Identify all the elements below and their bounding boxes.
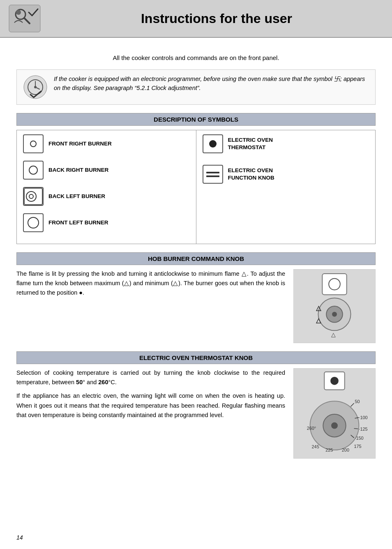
note-box: If the cooker is equipped with an electr… — [16, 69, 376, 105]
oven-section: ELECTRIC OVEN THERMOSTAT KNOB Selection … — [16, 351, 376, 459]
hob-text: The flame is lit by pressing the knob an… — [16, 269, 285, 298]
symbol-row-back-right: BACK RIGHT BURNER — [23, 161, 190, 180]
intro-text: All the cooker controls and commands are… — [16, 54, 376, 61]
note-icon — [23, 75, 48, 99]
page-number: 14 — [16, 534, 23, 541]
svg-point-3 — [16, 10, 21, 15]
symbol-row-back-left: BACK LEFT BURNER — [23, 187, 190, 206]
main-content: All the cooker controls and commands are… — [0, 38, 392, 475]
back-right-burner-label: BACK RIGHT BURNER — [48, 166, 108, 174]
svg-text:·125: ·125 — [359, 427, 367, 431]
hob-section: HOB BURNER COMMAND KNOB The flame is lit… — [16, 252, 376, 343]
page-title: Instructions for the user — [49, 11, 384, 26]
hob-diagram: △ △ △ — [293, 269, 376, 343]
thermostat-label: ELECTRIC OVENTHERMOSTAT — [228, 136, 273, 151]
symbols-grid: FRONT RIGHT BURNER BACK RIGHT BURNER — [16, 130, 376, 244]
header-logo-icon — [8, 4, 41, 33]
svg-text:·100: ·100 — [359, 415, 367, 420]
svg-text:△: △ — [316, 317, 322, 324]
front-right-burner-icon — [23, 134, 44, 153]
svg-point-26 — [331, 422, 338, 429]
front-left-burner-label: FRONT LEFT BURNER — [48, 219, 108, 226]
thermostat-icon — [203, 134, 223, 153]
back-right-burner-icon — [23, 161, 44, 180]
oven-content: Selection of cooking temperature is carr… — [16, 368, 376, 459]
oven-section-header: ELECTRIC OVEN THERMOSTAT KNOB — [16, 351, 376, 364]
svg-point-17 — [332, 312, 337, 317]
svg-line-31 — [354, 429, 358, 429]
function-knob-label: ELECTRIC OVENFUNCTION KNOB — [228, 167, 274, 181]
symbol-row-thermostat: ELECTRIC OVENTHERMOSTAT — [203, 134, 369, 153]
svg-text:·150: ·150 — [355, 436, 364, 441]
oven-diagram: 50 ·100 ·125 ·150 175 200 225 245 260 — [293, 368, 376, 459]
svg-text:225: 225 — [325, 448, 333, 452]
symbols-left-col: FRONT RIGHT BURNER BACK RIGHT BURNER — [17, 130, 196, 244]
hob-content: The flame is lit by pressing the knob an… — [16, 269, 376, 343]
svg-text:200: 200 — [342, 448, 349, 452]
svg-rect-13 — [322, 274, 346, 295]
note-text: If the cooker is equipped with an electr… — [54, 75, 369, 93]
svg-text:△: △ — [316, 304, 322, 311]
svg-text:50: 50 — [355, 399, 360, 404]
back-left-burner-label: BACK LEFT BURNER — [48, 193, 105, 200]
svg-point-10 — [26, 191, 36, 201]
symbols-right-col: ELECTRIC OVENTHERMOSTAT ELECTRIC OVENFUN… — [196, 130, 376, 244]
hob-section-header: HOB BURNER COMMAND KNOB — [16, 252, 376, 265]
oven-text: Selection of cooking temperature is carr… — [16, 368, 285, 420]
svg-point-11 — [29, 194, 33, 198]
front-left-burner-icon — [23, 213, 44, 232]
symbol-row-front-left: FRONT LEFT BURNER — [23, 213, 190, 232]
svg-text:245: 245 — [312, 444, 319, 449]
svg-text:△: △ — [331, 331, 336, 338]
symbol-row-function-knob: ELECTRIC OVENFUNCTION KNOB — [203, 165, 369, 184]
function-knob-icon — [203, 165, 223, 184]
symbol-row-front-right: FRONT RIGHT BURNER — [23, 134, 190, 153]
back-left-burner-icon — [23, 187, 44, 206]
header: Instructions for the user — [0, 0, 392, 38]
symbols-section-header: DESCRIPTION OF SYMBOLS — [16, 113, 376, 126]
front-right-burner-label: FRONT RIGHT BURNER — [48, 140, 112, 148]
svg-point-23 — [330, 377, 339, 385]
svg-text:175: 175 — [354, 444, 362, 449]
svg-text:260°: 260° — [307, 426, 316, 431]
